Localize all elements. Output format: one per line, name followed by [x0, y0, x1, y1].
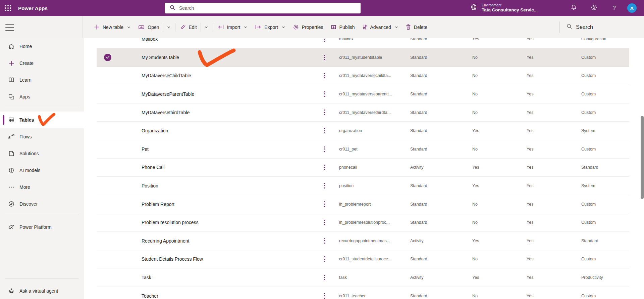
settings-button[interactable]	[587, 0, 600, 16]
row-menu-kebab-icon[interactable]	[322, 38, 327, 44]
managed-cell: No	[472, 73, 478, 78]
table-name-cell: Problem resolution process	[142, 220, 199, 225]
table-row-task[interactable]: TasktaskActivityYesYesProductivity	[97, 268, 629, 287]
sidebar-item-label: AI models	[19, 168, 40, 173]
hamburger-menu-icon[interactable]	[5, 24, 14, 31]
type-cell: Standard	[410, 73, 427, 78]
category-cell: Productivity	[581, 275, 603, 280]
row-menu-kebab-icon[interactable]	[322, 200, 327, 209]
open-button[interactable]: Open	[135, 20, 163, 34]
category-cell: System	[581, 183, 595, 188]
sidebar-item-discover[interactable]: Discover	[0, 196, 84, 212]
row-menu-kebab-icon[interactable]	[322, 181, 327, 190]
sidebar-item-label: Tables	[19, 117, 34, 123]
settings-gear-icon	[590, 4, 597, 12]
global-search-input[interactable]: Search	[165, 3, 361, 13]
customizable-cell: Yes	[527, 73, 533, 78]
customizable-cell: Yes	[527, 239, 533, 243]
sidebar-item-label: Learn	[19, 77, 32, 83]
category-cell: Custom	[581, 202, 596, 207]
sidebar-item-solutions[interactable]: Solutions	[0, 145, 84, 162]
logical-name-cell: cr011_mydataverseparentt...	[339, 92, 392, 96]
sidebar-divider	[5, 214, 78, 214]
customizable-cell: Yes	[527, 294, 533, 298]
type-cell: Standard	[410, 128, 427, 133]
table-row-organization[interactable]: OrganizationorganizationStandardYesYesSy…	[97, 122, 629, 140]
table-row-student-details-process-flow[interactable]: Student Details Process Flowcr011_studen…	[97, 250, 629, 269]
edit-dropdown-chevron-icon[interactable]	[201, 20, 212, 34]
sidebar-item-apps[interactable]: Apps	[0, 88, 84, 105]
robot-icon	[8, 288, 15, 294]
book-icon	[8, 77, 15, 83]
export-button[interactable]: Export	[251, 20, 289, 34]
row-menu-kebab-icon[interactable]	[322, 218, 327, 227]
managed-cell: No	[472, 257, 478, 261]
category-cell: Custom	[581, 92, 596, 96]
home-icon	[8, 43, 15, 50]
sidebar-item-learn[interactable]: Learn	[0, 72, 84, 88]
global-search-placeholder: Search	[179, 5, 194, 11]
logical-name-cell: cr011_pet	[339, 147, 358, 152]
row-menu-kebab-icon[interactable]	[322, 254, 327, 264]
table-row-problem-report[interactable]: Problem Reportlh_problemreportStandardNo…	[97, 195, 629, 214]
toolbar-button-label: Edit	[189, 25, 197, 30]
type-cell: Standard	[410, 202, 427, 207]
toolbar-button-label: Properties	[302, 25, 323, 30]
table-row-mydataversechildtable[interactable]: MyDataverseChildTablecr011_mydataversech…	[97, 67, 629, 85]
avatar[interactable]: A	[627, 3, 637, 13]
row-menu-kebab-icon[interactable]	[322, 273, 327, 282]
sidebar-item-ask-a-virtual-agent[interactable]: Ask a virtual agent	[0, 283, 84, 299]
managed-cell: Yes	[472, 128, 479, 133]
edit-button[interactable]: Edit	[176, 20, 201, 34]
help-button[interactable]: ?	[607, 0, 621, 16]
sidebar-item-more[interactable]: More	[0, 179, 84, 196]
row-menu-kebab-icon[interactable]	[322, 126, 327, 135]
new-table-button[interactable]: New table	[90, 20, 135, 34]
vertical-scrollbar-thumb[interactable]	[641, 116, 644, 199]
table-row-mailbox[interactable]: MailboxmailboxStandardYesYesConfiguratio…	[97, 38, 629, 48]
row-menu-kebab-icon[interactable]	[322, 108, 327, 117]
row-menu-kebab-icon[interactable]	[322, 163, 327, 172]
delete-button[interactable]: Delete	[402, 20, 431, 34]
row-menu-kebab-icon[interactable]	[322, 236, 327, 246]
notifications-button[interactable]	[567, 0, 580, 16]
advanced-button[interactable]: Advanced	[359, 20, 402, 34]
grid-search-button[interactable]: Search	[559, 16, 593, 38]
toolbar-button-label: Export	[264, 25, 278, 30]
table-row-phone-call[interactable]: Phone CallphonecallActivityYesYesStandar…	[97, 159, 629, 177]
environment-picker[interactable]: Environment Tata Consultancy Servic...	[470, 0, 538, 16]
table-row-mydataverseparenttable[interactable]: MyDataverseParentTablecr011_mydataversep…	[97, 85, 629, 103]
sidebar-item-flows[interactable]: Flows	[0, 128, 84, 145]
table-row-mydataversethirdtable[interactable]: MyDataversethirdTablecr011_mydataverseth…	[97, 103, 629, 122]
row-menu-kebab-icon[interactable]	[322, 144, 327, 154]
sidebar-item-home[interactable]: Home	[0, 38, 84, 55]
table-row-position[interactable]: PositionpositionStandardYesYesSystem	[97, 177, 629, 195]
row-menu-kebab-icon[interactable]	[322, 53, 327, 62]
table-row-my-students-table[interactable]: My Students tablecr011_mystudentstableSt…	[97, 48, 629, 67]
environment-label: Environment	[482, 3, 538, 7]
delete-trash-icon	[406, 24, 411, 30]
import-icon	[218, 25, 224, 30]
properties-button[interactable]: Properties	[289, 20, 327, 34]
solutions-icon	[8, 150, 15, 157]
import-button[interactable]: Import	[214, 20, 252, 34]
publish-button[interactable]: Publish	[327, 20, 359, 34]
sidebar-item-tables[interactable]: Tables	[0, 112, 84, 128]
row-menu-kebab-icon[interactable]	[322, 291, 327, 299]
row-menu-kebab-icon[interactable]	[322, 89, 327, 99]
table-row-pet[interactable]: Petcr011_petStandardNoYesCustom	[97, 140, 629, 159]
sidebar-item-ai-models[interactable]: AI models	[0, 162, 84, 179]
table-name-cell: Task	[142, 275, 151, 280]
table-row-problem-resolution-process[interactable]: Problem resolution processlh_problemreso…	[97, 213, 629, 232]
waffle-menu-icon[interactable]	[0, 0, 16, 16]
row-menu-kebab-icon[interactable]	[322, 71, 327, 81]
managed-cell: Yes	[472, 38, 479, 41]
sidebar-item-create[interactable]: Create	[0, 55, 84, 72]
open-dropdown-chevron-icon[interactable]	[163, 20, 174, 34]
table-row-recurring-appointment[interactable]: Recurring Appointmentrecurringappointmen…	[97, 232, 629, 250]
type-cell: Standard	[410, 38, 427, 41]
managed-cell: No	[472, 147, 478, 152]
table-row-teacher[interactable]: Teachercr011_teacherStandardNoYesCustom	[97, 287, 629, 299]
selected-row-checkbox[interactable]	[104, 54, 111, 61]
sidebar-item-power-platform[interactable]: Power Platform	[0, 219, 84, 236]
